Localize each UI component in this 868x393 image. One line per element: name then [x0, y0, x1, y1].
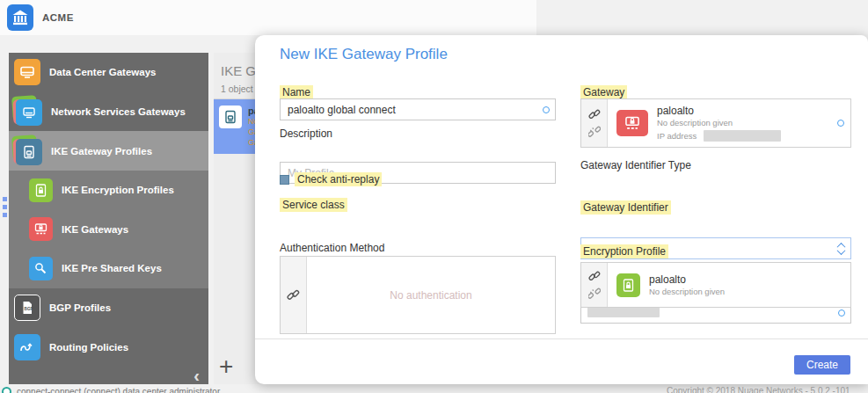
auth-method-label: Authentication Method — [280, 242, 384, 254]
gw-id-label: Gateway Identifier — [580, 200, 671, 215]
link-icon — [588, 270, 601, 282]
user-status-icon — [2, 387, 11, 393]
brand-name: ACME — [42, 12, 74, 23]
anti-replay-label: Check anti-replay — [295, 172, 382, 186]
new-ike-gateway-profile-dialog: New IKE Gateway Profile Name Description… — [255, 35, 868, 384]
secure-gateway-icon — [616, 110, 648, 136]
server-icon — [14, 59, 40, 85]
collapse-sidebar-chevron[interactable]: ‹ — [193, 367, 200, 384]
sidebar-footer: ‹ — [9, 367, 208, 384]
sidebar-item-label: IKE Gateway Profiles — [51, 146, 152, 156]
dialog-title: New IKE Gateway Profile — [280, 46, 448, 63]
sidebar-item-label: BGP Profiles — [49, 302, 111, 313]
enc-profile-label: Encryption Profile — [580, 244, 668, 258]
sidebar-item-ike-gateway-profiles[interactable]: IKE Gateway Profiles — [9, 131, 208, 171]
route-icon — [14, 334, 40, 360]
sidebar-item-ike-gateways[interactable]: IKE Gateways — [9, 210, 208, 250]
sidebar-item-data-center-gateways[interactable]: Data Center Gateways — [9, 53, 208, 92]
enc-link-rail — [581, 263, 608, 307]
description-label: Description — [280, 127, 332, 140]
panel-drag-handle[interactable] — [3, 197, 7, 221]
unlink-icon — [588, 287, 601, 300]
service-class-label: Service class — [280, 198, 347, 212]
sidebar-item-network-services-gateways[interactable]: Network Services Gateways — [9, 92, 208, 132]
gw-id-type-label: Gateway Identifier Type — [580, 159, 691, 171]
gateway-box[interactable]: paloalto No description given IP address — [580, 98, 851, 148]
sidebar-item-bgp-profiles[interactable]: BGP BGP Profiles — [9, 288, 208, 328]
name-label-row: Name — [280, 84, 556, 99]
profile-document-icon — [219, 106, 242, 128]
validation-ring-icon — [838, 309, 845, 317]
secure-gateway-icon — [29, 217, 53, 241]
svg-text:BGP: BGP — [25, 307, 33, 311]
ip-address-redacted — [704, 130, 781, 142]
sidebar-item-label: Routing Policies — [49, 342, 128, 353]
gateway-selected-item: paloalto No description given IP address — [608, 99, 850, 147]
create-button[interactable]: Create — [794, 355, 850, 375]
sidebar-item-ike-pre-shared-keys[interactable]: IKE Pre Shared Keys — [9, 249, 208, 288]
sidebar-item-label: IKE Encryption Profiles — [62, 185, 174, 195]
sidebar-item-label: Network Services Gateways — [51, 106, 186, 117]
ip-address-label: IP address — [657, 131, 697, 141]
gateway-label: Gateway — [580, 85, 627, 99]
enc-item-name: paloalto — [649, 273, 725, 286]
app-header: ACME — [0, 0, 536, 35]
link-icon — [287, 288, 300, 302]
description-label-row: Description — [280, 125, 556, 141]
gateway-link-rail — [581, 99, 608, 147]
anti-replay-checkbox[interactable] — [280, 175, 289, 185]
gateway-item-name: paloalto — [657, 105, 781, 117]
lock-document-icon — [616, 273, 640, 297]
unlink-icon — [588, 126, 601, 138]
enc-profile-label-row: Encryption Profile — [580, 243, 851, 258]
auth-method-box[interactable]: No authentication — [280, 256, 556, 334]
key-search-icon — [29, 257, 53, 280]
sidebar-item-label: IKE Pre Shared Keys — [62, 263, 162, 273]
sidebar-item-routing-policies[interactable]: Routing Policies — [9, 327, 208, 367]
auth-link-rail — [281, 257, 307, 333]
enc-profile-box[interactable]: paloalto No description given — [580, 262, 851, 308]
gateway-item-desc: No description given — [657, 118, 781, 127]
name-input[interactable] — [280, 98, 556, 120]
sidebar-item-label: Data Center Gateways — [49, 67, 156, 77]
gw-id-label-row: Gateway Identifier — [580, 199, 851, 215]
gw-id-type-label-row: Gateway Identifier Type — [580, 156, 851, 172]
user-status-text: connect-connect (connect) data center ad… — [17, 387, 220, 393]
name-field-wrap — [280, 98, 556, 120]
link-icon — [588, 108, 601, 120]
bank-icon[interactable] — [7, 4, 33, 31]
validation-ring-icon — [543, 106, 550, 113]
auth-method-empty: No authentication — [307, 257, 555, 333]
add-object-button[interactable]: + — [219, 354, 233, 379]
sidebar-item-ike-encryption-profiles[interactable]: IKE Encryption Profiles — [9, 171, 208, 210]
enc-profile-selected-item: paloalto No description given — [608, 263, 850, 307]
ike-profile-stack-icon — [14, 137, 42, 165]
name-label: Name — [280, 85, 313, 99]
copyright-text: Copyright © 2018 Nuage Networks - 5.0.2 … — [667, 386, 850, 393]
gateway-label-row: Gateway — [580, 84, 851, 99]
sidebar-item-label: IKE Gateways — [62, 224, 128, 235]
enc-item-desc: No description given — [649, 287, 725, 296]
anti-replay-row: Check anti-replay — [280, 172, 556, 186]
vpn-gateway-stack-icon — [14, 98, 42, 126]
gw-id-redacted — [587, 307, 660, 317]
footer-divider — [255, 338, 868, 339]
sidebar: Data Center Gateways Network Services Ga… — [9, 53, 208, 384]
lock-document-icon — [29, 178, 53, 202]
auth-method-label-row: Authentication Method — [280, 239, 556, 255]
validation-ring-icon — [837, 120, 844, 127]
logged-in-status: connect-connect (connect) data center ad… — [2, 387, 220, 393]
bgp-document-icon: BGP — [14, 295, 40, 321]
service-class-label-row: Service class — [280, 196, 556, 212]
